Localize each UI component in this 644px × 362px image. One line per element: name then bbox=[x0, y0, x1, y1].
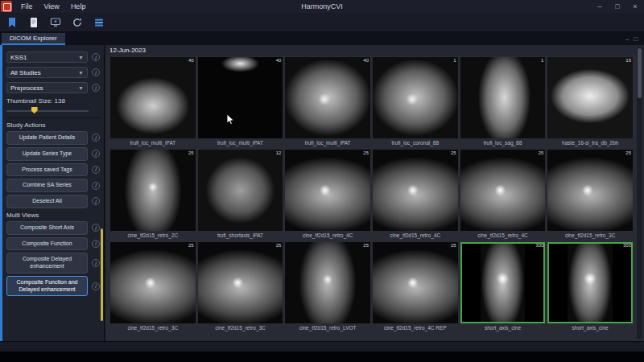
series-thumbnail[interactable]: 25 cine_tf2d15_retro_3C bbox=[547, 150, 633, 240]
series-label: cine_tf2d15_retro_3C bbox=[110, 323, 196, 332]
sidebar-scrollbar[interactable] bbox=[101, 228, 103, 321]
series-thumbnail[interactable]: 16 haste_16-sl_tra_db_2bh bbox=[547, 57, 633, 147]
title-bar: File View Help HarmonyCVI – □ × bbox=[0, 0, 644, 13]
series-thumbnail[interactable]: 25 cine_tf2d15_retro_LVOT bbox=[285, 242, 370, 332]
panel-minimize-icon[interactable]: – bbox=[625, 33, 629, 45]
frame-count-badge: 25 bbox=[188, 150, 194, 155]
panel-float-icon[interactable]: □ bbox=[634, 33, 638, 45]
series-thumbnail[interactable]: 25 cine_tf2d15_retro_3C bbox=[198, 242, 283, 332]
info-icon[interactable]: i bbox=[92, 197, 100, 205]
panel-controls: – □ bbox=[625, 33, 644, 45]
scrollbar-thumb[interactable] bbox=[638, 48, 642, 98]
export-viewer-icon[interactable] bbox=[47, 14, 64, 31]
series-image: 25 bbox=[373, 242, 458, 323]
frame-count-badge: 12 bbox=[276, 150, 282, 155]
action-button[interactable]: Process saved Tags bbox=[6, 163, 88, 177]
series-thumbnail[interactable]: 40 trufi_loc_multi_iPAT bbox=[198, 57, 283, 147]
series-thumbnail[interactable]: 25 cine_tf2d15_retro_4C bbox=[460, 150, 546, 240]
vertical-scrollbar[interactable] bbox=[637, 47, 642, 339]
info-icon[interactable]: i bbox=[92, 53, 100, 61]
series-thumbnail[interactable]: 1 trufi_loc_sag_88 bbox=[460, 57, 546, 147]
action-button-row: Process saved Tags i bbox=[6, 163, 100, 177]
action-button[interactable]: Composite Short Axis bbox=[6, 221, 88, 235]
series-thumbnail[interactable]: 40 trufi_loc_multi_iPAT bbox=[110, 57, 196, 147]
info-icon[interactable]: i bbox=[92, 84, 100, 92]
info-icon[interactable]: i bbox=[92, 166, 100, 174]
sidebar-accent-bar bbox=[0, 45, 2, 341]
series-thumbnail[interactable]: 25 cine_tf2d15_retro_4C bbox=[285, 150, 370, 240]
divider bbox=[6, 117, 100, 118]
series-thumbnail[interactable]: 300 short_axis_cine bbox=[460, 242, 546, 332]
info-icon[interactable]: i bbox=[92, 240, 100, 248]
series-thumbnail[interactable]: 300 short_axis_cine bbox=[547, 242, 633, 332]
process-swirl-icon[interactable] bbox=[69, 14, 85, 31]
panel-tab-bar: DICOM Explorer – □ bbox=[0, 32, 644, 45]
menu-help[interactable]: Help bbox=[65, 0, 92, 13]
series-image: 40 bbox=[198, 57, 283, 138]
action-button[interactable]: Deselect All bbox=[6, 195, 88, 208]
info-icon[interactable]: i bbox=[92, 150, 100, 158]
thumbnail-size-slider[interactable] bbox=[6, 106, 89, 114]
series-image: 16 bbox=[547, 57, 633, 138]
info-icon[interactable]: i bbox=[92, 282, 100, 290]
action-button[interactable]: Composite Delayed enhancement bbox=[6, 253, 88, 274]
slider-track bbox=[6, 110, 89, 112]
series-label: trufi_loc_multi_iPAT bbox=[285, 138, 370, 147]
frame-count-badge: 25 bbox=[625, 150, 631, 155]
series-image: 300 bbox=[547, 242, 633, 323]
info-icon[interactable]: i bbox=[92, 182, 100, 190]
frame-count-badge: 25 bbox=[451, 150, 456, 155]
series-list-icon[interactable] bbox=[91, 14, 107, 31]
window-controls: – □ × bbox=[591, 0, 644, 13]
series-image: 25 bbox=[547, 150, 633, 231]
menu-file[interactable]: File bbox=[15, 0, 39, 13]
info-icon[interactable]: i bbox=[92, 224, 100, 232]
minimize-icon[interactable]: – bbox=[591, 0, 609, 13]
series-thumbnail[interactable]: 1 trufi_loc_coronal_88 bbox=[373, 57, 458, 147]
server-select[interactable]: KSS1 ▼ bbox=[6, 51, 88, 63]
series-label: short_axis_cine bbox=[460, 323, 546, 332]
study-filter-select[interactable]: All Studies ▼ bbox=[6, 67, 88, 78]
process-mode-select[interactable]: Preprocess ▼ bbox=[6, 82, 88, 93]
status-bar bbox=[0, 341, 644, 352]
info-icon[interactable]: i bbox=[92, 259, 100, 267]
series-thumbnail[interactable]: 12 trufi_shortaxis_iPAT bbox=[198, 150, 283, 240]
section-buttons: Update Patient Details i Update Series T… bbox=[6, 131, 100, 208]
sidebar-sections: Study Actions Update Patient Details i U… bbox=[6, 121, 100, 296]
series-thumbnail[interactable]: 25 cine_tf2d15_retro_3C bbox=[110, 242, 196, 332]
tab-dicom-explorer[interactable]: DICOM Explorer bbox=[2, 33, 65, 45]
frame-count-badge: 25 bbox=[188, 243, 194, 248]
info-icon[interactable]: i bbox=[92, 134, 100, 142]
series-label: short_axis_cine bbox=[547, 323, 633, 332]
action-button[interactable]: Composite Function and Delayed enhanceme… bbox=[6, 276, 88, 297]
series-thumbnail[interactable]: 40 trufi_loc_multi_iPAT bbox=[285, 57, 370, 147]
maximize-icon[interactable]: □ bbox=[609, 0, 626, 13]
action-button[interactable]: Composite Function bbox=[6, 237, 88, 251]
action-button[interactable]: Update Series Type bbox=[6, 147, 88, 161]
series-label: cine_tf2d15_retro_4C bbox=[373, 231, 458, 240]
slider-thumb[interactable] bbox=[31, 107, 38, 113]
series-thumbnail[interactable]: 25 cine_tf2d15_retro_2C bbox=[110, 150, 196, 240]
frame-count-badge: 25 bbox=[363, 243, 369, 248]
action-button-row: Update Patient Details i bbox=[6, 131, 100, 145]
series-label: haste_16-sl_tra_db_2bh bbox=[547, 138, 633, 147]
frame-count-badge: 40 bbox=[276, 58, 282, 63]
close-icon[interactable]: × bbox=[626, 0, 644, 13]
series-image: 1 bbox=[460, 57, 546, 138]
thumbnail-grid: 40 trufi_loc_multi_iPAT 40 trufi_loc_mul… bbox=[110, 57, 633, 333]
chevron-down-icon: ▼ bbox=[78, 85, 84, 91]
series-thumbnail[interactable]: 25 cine_tf2d15_retro_4C REP bbox=[373, 242, 458, 332]
action-button[interactable]: Update Patient Details bbox=[6, 131, 88, 145]
process-mode-value: Preprocess bbox=[10, 84, 43, 92]
series-label: trufi_loc_coronal_88 bbox=[373, 138, 458, 147]
frame-count-badge: 1 bbox=[453, 58, 456, 63]
action-button[interactable]: Combine SA Series bbox=[6, 179, 88, 192]
bookmark-icon[interactable] bbox=[4, 14, 20, 31]
menu-view[interactable]: View bbox=[39, 0, 65, 13]
report-icon[interactable] bbox=[26, 14, 42, 31]
section-buttons: Composite Short Axis i Composite Functio… bbox=[6, 221, 100, 297]
study-filter-value: All Studies bbox=[10, 69, 41, 76]
info-icon[interactable]: i bbox=[92, 68, 100, 76]
series-thumbnail[interactable]: 25 cine_tf2d15_retro_4C bbox=[373, 150, 458, 240]
window-title: HarmonyCVI bbox=[0, 2, 644, 10]
